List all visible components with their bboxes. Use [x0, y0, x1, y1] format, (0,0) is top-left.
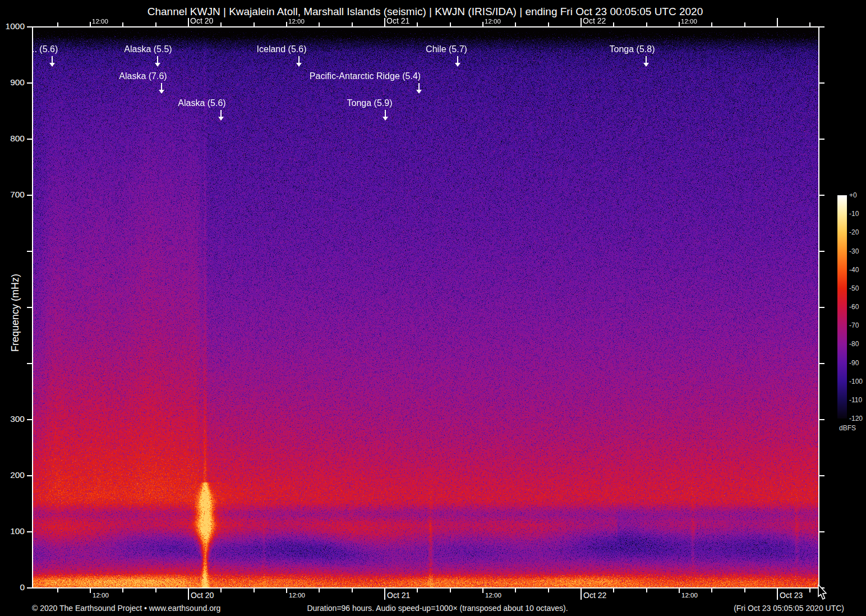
x-major-tick-top — [90, 22, 91, 26]
event-arrow-icon — [385, 110, 386, 117]
x-minor-tick — [254, 589, 255, 592]
x-major-tick — [384, 589, 385, 600]
y-tick-left — [27, 363, 32, 364]
event-annotation: Iceland (5.6) — [257, 44, 307, 54]
footer-duration: Duration=96 hours. Audio speed-up=1000× … — [157, 604, 718, 613]
colorbar-tick-label: -90 — [849, 359, 859, 367]
x-minor-tick — [122, 22, 123, 26]
y-tick-right — [819, 195, 824, 196]
x-minor-tick — [809, 589, 810, 592]
x-minor-tick — [515, 22, 516, 26]
colorbar-tick-label: -120 — [849, 415, 863, 422]
mouse-cursor-icon — [813, 585, 827, 603]
colorbar-tick-label: +0 — [849, 191, 857, 199]
x-major-tick-top — [581, 18, 582, 26]
y-tick-label: 900 — [2, 77, 25, 88]
x-minor-tick — [744, 22, 745, 26]
event-arrow-head-icon — [455, 63, 460, 67]
x-tick-label-top: Oct 20 — [190, 16, 213, 25]
footer-timestamp: (Fri Oct 23 05:05:05 2020 UTC) — [734, 604, 844, 613]
x-major-tick-top — [482, 22, 483, 26]
x-major-tick — [286, 589, 287, 593]
x-major-tick — [482, 589, 483, 593]
y-tick-right — [819, 26, 824, 27]
y-tick-left — [27, 587, 32, 589]
colorbar-unit-label: dBFS — [839, 424, 856, 432]
event-arrow-icon — [220, 110, 222, 117]
event-annotation: Alaska (7.6) — [119, 71, 167, 81]
event-annotation: Pacific-Antarctic Ridge (5.4) — [310, 71, 421, 81]
x-minor-tick — [319, 22, 320, 26]
y-tick-left — [27, 307, 32, 308]
event-arrow-head-icon — [155, 63, 160, 67]
x-minor-tick — [744, 589, 745, 592]
event-arrow-icon — [161, 83, 162, 90]
event-arrow-icon — [418, 83, 420, 90]
y-tick-right — [819, 363, 824, 364]
event-annotation: .. (5.6) — [32, 44, 58, 54]
x-minor-tick — [809, 22, 810, 26]
y-axis-title: Frequency (mHz) — [10, 268, 21, 358]
x-minor-tick — [417, 22, 418, 26]
x-minor-tick — [646, 22, 647, 26]
x-minor-tick — [57, 589, 58, 592]
y-tick-left — [27, 531, 32, 532]
event-arrow-head-icon — [643, 63, 649, 67]
x-major-tick-top — [777, 18, 778, 26]
event-arrow-icon — [457, 56, 458, 63]
colorbar-tick-label: -40 — [849, 266, 859, 274]
event-annotation: Alaska (5.6) — [178, 98, 225, 108]
x-minor-tick — [319, 589, 320, 592]
colorbar — [837, 195, 847, 419]
page-title: Channel KWJN | Kwajalein Atoll, Marshall… — [32, 6, 818, 18]
y-tick-right — [819, 82, 824, 84]
x-minor-tick — [155, 22, 156, 26]
x-minor-tick — [548, 22, 549, 26]
x-tick-label: 12:00 — [289, 592, 305, 599]
x-minor-tick — [417, 589, 418, 592]
x-minor-tick — [155, 589, 156, 592]
x-tick-label: 12:00 — [681, 592, 698, 599]
x-tick-label-top: 12:00 — [92, 18, 108, 25]
x-minor-tick — [613, 22, 614, 26]
x-minor-tick — [450, 589, 451, 592]
y-tick-label: 700 — [2, 190, 25, 200]
event-annotation: Chile (5.7) — [426, 44, 467, 54]
x-major-tick-top — [188, 18, 189, 26]
x-minor-tick — [515, 589, 516, 592]
y-tick-label: 200 — [2, 470, 25, 480]
x-minor-tick — [352, 22, 353, 26]
event-arrow-head-icon — [159, 90, 164, 94]
x-major-tick — [188, 589, 189, 600]
y-tick-label: 800 — [2, 134, 25, 144]
x-tick-label: Oct 20 — [191, 591, 214, 600]
colorbar-tick-label: -70 — [849, 321, 859, 329]
y-tick-left — [27, 82, 32, 84]
x-tick-label-top: 12:00 — [485, 18, 501, 25]
y-tick-label: 300 — [2, 414, 25, 424]
y-tick-left — [27, 475, 32, 476]
colorbar-tick-label: -110 — [849, 396, 862, 404]
y-tick-left — [27, 139, 32, 140]
spectrogram-page: Channel KWJN | Kwajalein Atoll, Marshall… — [0, 0, 866, 616]
x-minor-tick — [613, 589, 614, 592]
y-tick-left — [27, 195, 32, 196]
x-minor-tick — [711, 22, 712, 26]
colorbar-tick-label: -10 — [849, 210, 859, 218]
event-arrow-head-icon — [383, 117, 388, 121]
x-minor-tick — [254, 22, 255, 26]
x-minor-tick — [352, 589, 353, 592]
event-annotation: Tonga (5.9) — [347, 98, 393, 108]
y-tick-right — [819, 475, 824, 476]
x-major-tick — [581, 589, 582, 600]
event-annotation: Alaska (5.5) — [124, 44, 172, 54]
x-minor-tick — [711, 589, 712, 592]
x-tick-label-top: 12:00 — [288, 18, 305, 25]
y-tick-right — [819, 531, 824, 532]
x-major-tick-top — [679, 22, 680, 26]
event-arrow-head-icon — [218, 117, 224, 121]
x-tick-label-top: 12:00 — [681, 18, 697, 25]
y-tick-label: 0 — [2, 582, 25, 592]
x-major-tick-top — [384, 18, 385, 26]
y-tick-right — [819, 307, 824, 308]
